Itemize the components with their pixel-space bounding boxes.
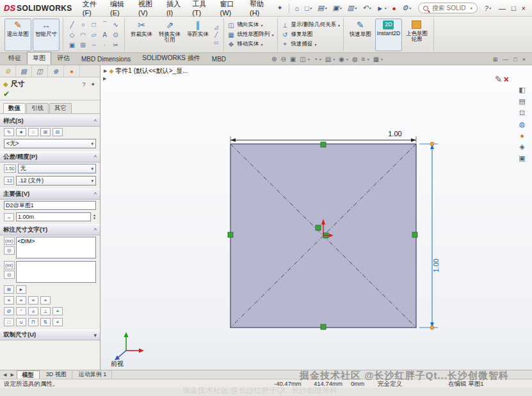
chevron-down-icon[interactable]: ▾ — [471, 6, 472, 10]
edit-appearance-icon[interactable]: ◍ — [352, 56, 358, 63]
dimension-endpoint-dot[interactable] — [430, 142, 434, 146]
ok-check-icon[interactable]: ✔ — [3, 90, 10, 99]
dimension-endpoint-dot[interactable] — [430, 326, 434, 329]
undo-button[interactable]: ↶▾ — [360, 4, 373, 12]
feature-tree-breadcrumb[interactable]: ▶ ◆ 零件1 (默认<<默认>_显... — [104, 67, 188, 75]
tab-features[interactable]: 特征 — [3, 52, 27, 65]
justify-left-icon[interactable]: ≡ — [4, 296, 14, 305]
tab-3d-views[interactable]: 3D 视图 — [41, 370, 72, 379]
repair-sketch-button[interactable]: ↺ 修复草图 — [281, 31, 340, 38]
dim-text-token-icon[interactable]: (xx) — [4, 237, 15, 245]
instant2d-button[interactable]: 2D Instant2D — [375, 19, 402, 51]
graphics-viewport[interactable]: ▶ ◆ 零件1 (默认<<默认>_显... ▶ ✎ × ◧ ▤ ⊡ ◍ ● ◈ … — [101, 65, 532, 370]
custom-properties-icon[interactable]: ◈ — [519, 143, 524, 151]
tangent-arc-tool-icon[interactable]: ◠ — [77, 29, 88, 40]
section-primary-value-header[interactable]: 主要值(V) ^ — [0, 189, 100, 200]
search-box[interactable]: ▾ — [418, 3, 478, 13]
section-style-header[interactable]: 样式(S) ^ — [0, 116, 100, 127]
rapid-sketch-button[interactable]: ✎ 快速草图 — [347, 19, 374, 51]
menu-insert[interactable]: 插入(I) — [163, 0, 187, 18]
previous-view-icon[interactable]: ▣ — [290, 56, 296, 63]
doc-window-menu-icon[interactable]: ⊞ — [493, 56, 498, 63]
smart-dimension-button[interactable]: ↔ 智能尺寸 — [33, 19, 60, 51]
convert-entities-button[interactable]: ⇗ 转换实体引用 — [156, 19, 183, 51]
rebuild-button[interactable]: ● — [390, 4, 398, 12]
arc-tool-icon[interactable]: ⌒ — [99, 19, 110, 29]
section-tolerance-header[interactable]: 公差/精度(P) ^ — [0, 152, 100, 162]
zoom-area-icon[interactable]: ⊖ — [280, 56, 286, 63]
doc-close-icon[interactable]: × — [522, 56, 526, 63]
more-symbols-icon[interactable]: ► — [16, 285, 26, 294]
centerline-tool-icon[interactable]: ╌ — [88, 40, 99, 50]
segment-tool-icon[interactable]: ▭ — [214, 40, 219, 45]
view-orientation-icon[interactable]: ◔ — [314, 56, 318, 63]
mirror-entities-button[interactable]: ◫ 镜向实体 ▾ — [227, 21, 274, 29]
justify-full-icon[interactable]: ≡ — [40, 296, 51, 305]
doc-minimize-icon[interactable]: — — [503, 56, 508, 63]
home-button[interactable]: ⌂ — [293, 4, 301, 12]
cancel-sketch-icon[interactable]: × — [504, 74, 509, 84]
style-new-icon[interactable]: ✎ — [4, 128, 14, 136]
help-button[interactable]: ?▾ — [483, 4, 493, 12]
solidworks-resources-icon[interactable]: ◧ — [519, 86, 525, 94]
menu-tools[interactable]: 工具(T) — [189, 0, 214, 18]
tab-propertymanager[interactable]: ⚙ — [0, 65, 16, 77]
section-dimension-text-header[interactable]: 标注尺寸文字(T) ^ — [0, 225, 100, 235]
plus-minus-symbol-icon[interactable]: ± — [28, 307, 38, 315]
search-input[interactable] — [431, 4, 468, 12]
forum-icon[interactable]: ▣ — [519, 154, 525, 162]
justify-center-icon[interactable]: ≡ — [16, 296, 26, 305]
offset-entities-button[interactable]: ∥ 等距实体 — [184, 19, 211, 51]
add-symbol-icon[interactable]: ⊞ — [4, 285, 14, 294]
justify-right-icon[interactable]: ≡ — [28, 296, 38, 305]
top-dimension-text[interactable]: 1.00 — [388, 130, 401, 138]
tab-other[interactable]: 其它 — [49, 103, 72, 113]
relation-marker-left[interactable] — [228, 232, 233, 237]
section-dual-dimension-header[interactable]: 双制尺寸(U) ▾ — [0, 329, 100, 340]
perpendicular-symbol-icon[interactable]: ⊥ — [40, 307, 51, 315]
appearances-scenes-icon[interactable]: ● — [520, 132, 524, 139]
tab-model[interactable]: 模型 — [17, 370, 40, 379]
tab-solidworks-addins[interactable]: SOLIDWORKS 插件 — [136, 52, 206, 65]
dimension-text-area[interactable]: <DIM> — [16, 237, 97, 258]
help-icon[interactable]: ? — [81, 81, 86, 88]
add-more-symbol-icon[interactable]: + — [52, 307, 63, 315]
dimension-value-field[interactable] — [16, 212, 91, 221]
open-button[interactable]: ▤▾ — [316, 4, 328, 12]
linear-pattern-button[interactable]: ▦ 线性草图阵列 ▾ — [227, 31, 274, 38]
tab-scroll-left-icon[interactable]: ◀ — [2, 372, 8, 377]
print-button[interactable]: ▥▾ — [346, 4, 359, 12]
right-dimension-text[interactable]: 1.00 — [432, 258, 440, 272]
tab-dimxpert[interactable]: ⊕ — [48, 65, 64, 77]
style-save-icon[interactable]: ⊞ — [40, 128, 51, 136]
dim-text-token-icon[interactable]: (xx) — [4, 261, 15, 269]
section-view-icon[interactable]: ◫ — [300, 56, 305, 63]
arc-symbol-icon[interactable]: ∪ — [16, 318, 26, 326]
save-button[interactable]: ▣▾ — [330, 4, 343, 12]
dim-text-symbol-icon[interactable]: ◎ — [4, 246, 15, 255]
flyout-tree-arrow-icon[interactable]: ▶ — [103, 76, 106, 81]
quick-snaps-button[interactable]: ⌖ 快速捕捉 ▾ — [281, 40, 340, 48]
dim-text-symbol-icon[interactable]: ◎ — [4, 271, 15, 279]
style-update-icon[interactable]: ☆ — [28, 128, 38, 136]
updown-symbol-icon[interactable]: ⇅ — [40, 318, 51, 326]
style-add-icon[interactable]: ★ — [16, 128, 26, 136]
spline-tool-icon[interactable]: ∿ — [110, 19, 121, 29]
select-tool-button[interactable]: ►▾ — [375, 4, 388, 12]
relation-marker-center-1[interactable] — [316, 225, 321, 230]
polygon-tool-icon[interactable]: ◇ — [67, 29, 77, 40]
tab-featuremanager[interactable]: ▤ — [16, 65, 32, 77]
menu-help[interactable]: 帮助(H) — [246, 0, 273, 18]
tab-leaders[interactable]: 引线 — [26, 103, 49, 113]
tab-evaluate[interactable]: 评估 — [51, 52, 76, 65]
ellipse-tool-icon[interactable]: ⊙ — [110, 29, 121, 40]
relation-marker-right[interactable] — [412, 232, 417, 237]
move-entities-button[interactable]: ✥ 移动实体 ▾ — [227, 40, 274, 48]
plane-tool-icon[interactable]: ⊞ — [77, 40, 88, 50]
tab-sketch[interactable]: 草图 — [27, 52, 51, 65]
style-load-icon[interactable]: ⊟ — [52, 128, 63, 136]
view-palette-icon[interactable]: ◍ — [519, 120, 526, 129]
relation-marker-top[interactable] — [321, 142, 326, 147]
tab-value[interactable]: 数值 — [3, 103, 26, 113]
tab-scroll-right-icon[interactable]: ▶ — [9, 372, 15, 377]
